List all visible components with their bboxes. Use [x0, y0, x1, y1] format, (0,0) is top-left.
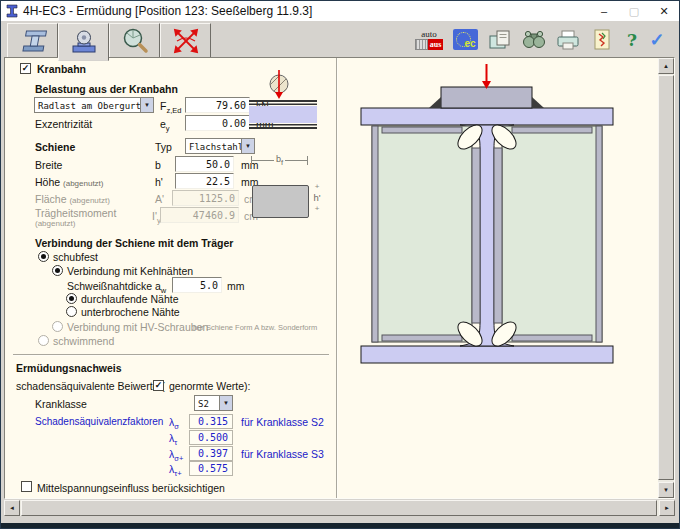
- b-symbol: b: [155, 159, 161, 171]
- vertical-scrollbar[interactable]: ▲ ▼: [658, 58, 674, 498]
- kehlnaehte-radio[interactable]: [52, 265, 63, 276]
- schiene-heading: Schiene: [35, 141, 75, 153]
- ec-flag-icon: ec: [453, 29, 478, 50]
- h-symbol: h': [155, 176, 163, 188]
- girder-cross-section-drawing: [338, 58, 658, 498]
- mittelspannung-label: Mittelspannungseinfluss berücksichtigen: [37, 482, 225, 494]
- lambda-tau-value: 0.500: [189, 430, 233, 445]
- ermuedung-heading: Ermüdungsnachweis: [16, 362, 122, 374]
- lambda-sigma-note: für Kranklasse S2: [241, 416, 324, 428]
- hoehe-label: Höhe (abgenutzt): [35, 176, 104, 188]
- genormte-label: genormte Werte):: [169, 380, 251, 392]
- window-title: 4H-EC3 - Ermüdung [Position 123: Seeßelb…: [23, 4, 312, 18]
- hv-note: nur Schiene Form A bzw. Sonderform: [193, 323, 317, 332]
- fz-input[interactable]: 79.60: [185, 97, 250, 113]
- fz-symbol: Fz,Ed: [160, 100, 181, 115]
- genormte-checkbox[interactable]: ✓: [153, 380, 164, 391]
- kehlnaehte-label: Verbindung mit Kehlnähten: [67, 265, 193, 277]
- scroll-left-button[interactable]: ◄: [4, 500, 20, 516]
- hv-schrauben-label: Verbindung mit HV-Schrauben: [67, 321, 208, 333]
- checkmark-icon: ✓: [155, 380, 163, 390]
- maximize-button[interactable]: ▢: [619, 1, 649, 21]
- load-position-select[interactable]: Radlast am Obergurt ▼: [34, 97, 154, 113]
- lambda-tau-plus-value: 0.575: [189, 461, 233, 476]
- title-bar: 4H-EC3 - Ermüdung [Position 123: Seeßelb…: [1, 1, 679, 21]
- unterbrochen-radio[interactable]: [66, 306, 77, 317]
- cross-section-panel: [338, 58, 658, 498]
- durchlaufend-radio[interactable]: [66, 293, 77, 304]
- vertical-scroll-thumb[interactable]: [658, 75, 674, 480]
- scroll-up-button[interactable]: ▲: [658, 58, 674, 74]
- confirm-button[interactable]: ✓: [645, 27, 669, 52]
- kranklasse-select[interactable]: S2 ▼: [194, 395, 233, 411]
- dropdown-arrow-icon: ▼: [219, 396, 232, 410]
- question-mark-icon: ?: [627, 30, 637, 50]
- auto-label: auto: [421, 30, 437, 39]
- print-button[interactable]: [554, 27, 582, 52]
- bf-dimension: bf: [251, 155, 308, 166]
- tab-crane-load[interactable]: [58, 23, 109, 61]
- checkmark-icon: ✓: [22, 63, 30, 73]
- unterbrochen-label: unterbrochene Nähte: [81, 306, 180, 318]
- belastung-heading: Belastung aus der Kranbahn: [35, 83, 178, 95]
- lambda-sigma-plus-symbol: λσ+: [169, 448, 183, 463]
- lambda-sigma-value: 0.315: [189, 414, 233, 429]
- beiwerte-label: schadensäquivalente Beiwerte (: [16, 380, 165, 392]
- magnifier-icon: [121, 28, 149, 54]
- horizontal-scrollbar[interactable]: ◄ ►: [4, 500, 675, 516]
- schubfest-label: schubfest: [53, 251, 98, 263]
- crane-wheel-icon: [70, 29, 98, 55]
- lambda-tau-symbol: λτ: [169, 432, 177, 447]
- search-button[interactable]: [520, 27, 548, 52]
- lambda-sigma-plus-value: 0.397: [189, 446, 233, 461]
- check-icon: ✓: [649, 29, 664, 51]
- lambda-tau-plus-symbol: λτ+: [169, 463, 182, 478]
- tab-results[interactable]: [109, 23, 160, 58]
- window-bottom-border: [1, 523, 679, 528]
- binoculars-icon: [521, 28, 547, 52]
- kranbahn-label: Kranbahn: [37, 63, 86, 75]
- breite-label: Breite: [35, 159, 62, 171]
- aus-label: aus: [428, 39, 444, 50]
- tab-stresses[interactable]: [160, 23, 211, 58]
- stripes-icon: [415, 39, 428, 50]
- durchlaufend-label: durchlaufende Nähte: [81, 293, 179, 305]
- scroll-right-button[interactable]: ►: [659, 500, 675, 516]
- help-button[interactable]: ?: [621, 27, 643, 52]
- hv-schrauben-radio[interactable]: [52, 321, 63, 332]
- schiene-typ-select[interactable]: Flachstahl ▼: [185, 138, 255, 154]
- eurocode-button[interactable]: ec: [451, 27, 479, 52]
- main-area: ✓ Kranbahn Belastung aus der Kranbahn Ra…: [4, 57, 675, 499]
- kranbahn-checkbox[interactable]: ✓: [20, 63, 31, 74]
- rail-section-sketch: [252, 185, 309, 218]
- breite-input[interactable]: 50.0: [175, 156, 234, 172]
- hoehe-input[interactable]: 22.5: [175, 173, 234, 189]
- copy-button[interactable]: [486, 27, 514, 52]
- app-window: 4H-EC3 - Ermüdung [Position 123: Seeßelb…: [0, 0, 680, 529]
- horizontal-scroll-thumb[interactable]: [21, 500, 657, 516]
- traegheit-note: (abgenutzt): [35, 219, 75, 228]
- ey-input[interactable]: 0.00: [185, 115, 250, 131]
- dropdown-arrow-icon: ▼: [241, 139, 254, 153]
- report-button[interactable]: [588, 27, 616, 52]
- lambda-sigma-symbol: λσ: [169, 416, 179, 431]
- h-dim-label: h': [310, 192, 324, 203]
- traegheit-output: 47460.9: [160, 207, 239, 223]
- a-symbol: A': [155, 193, 164, 205]
- bf-label: bf: [274, 154, 285, 167]
- app-icon: [5, 4, 19, 18]
- schwimmend-label: schwimmend: [53, 335, 114, 347]
- i-beam-profile-icon: [19, 28, 47, 54]
- h-dimension: + h' +: [310, 181, 324, 214]
- schweissnaht-input[interactable]: 5.0: [172, 277, 222, 293]
- scroll-down-button[interactable]: ▼: [658, 482, 674, 498]
- tab-profile[interactable]: [7, 23, 58, 58]
- minimize-button[interactable]: –: [589, 1, 619, 21]
- schubfest-radio[interactable]: [38, 251, 49, 262]
- close-button[interactable]: ✕: [649, 1, 679, 21]
- typ-label: Typ: [155, 141, 172, 153]
- mittelspannung-checkbox[interactable]: [21, 481, 32, 492]
- schwimmend-radio[interactable]: [38, 335, 49, 346]
- auto-aus-toggle[interactable]: auto aus: [415, 27, 443, 52]
- schweissnaht-unit: mm: [227, 280, 245, 292]
